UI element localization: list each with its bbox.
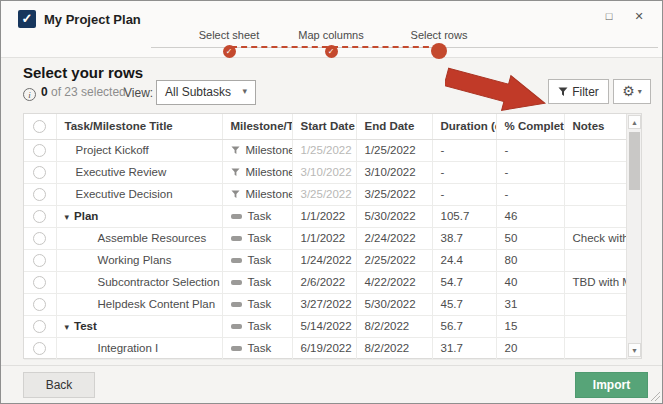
filter-button[interactable]: Filter — [548, 79, 609, 104]
row-title-cell: Project Kickoff — [56, 139, 222, 161]
row-notes — [564, 205, 627, 227]
selection-count: i0 of 23 selected — [23, 85, 126, 101]
row-start-date: 5/14/2022 — [292, 315, 356, 337]
row-start-date: 3/25/2022 — [292, 183, 356, 205]
step-select-rows: Select rows — [394, 29, 484, 59]
row-pct-complete: 80 — [496, 249, 564, 271]
row-notes — [564, 337, 627, 359]
row-pct-complete: - — [496, 183, 564, 205]
row-title: Executive Review — [76, 166, 167, 178]
import-button[interactable]: Import — [575, 372, 648, 398]
row-type-label: Task — [248, 276, 272, 288]
step-label: Select rows — [394, 29, 484, 41]
table-row[interactable]: Executive Review Milestone 3/10/2022 3/1… — [24, 161, 627, 183]
row-notes: Check with Tina — [564, 227, 627, 249]
dialog-header: ✓ My Project Plan □ ✕ Select sheet ✓ Map… — [1, 1, 662, 58]
select-all-header[interactable] — [24, 114, 56, 139]
row-type-cell: Milestone — [222, 161, 292, 183]
row-select-cell — [24, 227, 56, 249]
row-end-date: 8/2/2022 — [356, 315, 432, 337]
col-notes: Notes — [564, 114, 627, 139]
row-type-cell: Task — [222, 249, 292, 271]
table-header-row: Task/Milestone Title Milestone/Task Star… — [24, 114, 627, 139]
row-end-date: 5/30/2022 — [356, 293, 432, 315]
table-row[interactable]: Assemble Resources Task 1/1/2022 2/24/20… — [24, 227, 627, 249]
app-logo-icon: ✓ — [18, 10, 36, 28]
row-notes — [564, 315, 627, 337]
close-button[interactable]: ✕ — [628, 7, 650, 25]
row-select-radio[interactable] — [33, 298, 46, 311]
row-type-cell: Task — [222, 337, 292, 359]
row-title-cell: Subcontractor Selection — [56, 271, 222, 293]
settings-button[interactable]: ⚙▾ — [613, 79, 651, 104]
table-row[interactable]: ▾Plan Task 1/1/2022 5/30/2022 105.7 46 — [24, 205, 627, 227]
row-title-cell: Executive Decision — [56, 183, 222, 205]
row-type-cell: Task — [222, 293, 292, 315]
row-type-label: Task — [248, 254, 272, 266]
table-row[interactable]: ▾Test Task 5/14/2022 8/2/2022 56.7 15 — [24, 315, 627, 337]
row-pct-complete: 40 — [496, 271, 564, 293]
row-pct-complete: 46 — [496, 205, 564, 227]
row-select-radio[interactable] — [33, 342, 46, 355]
collapse-caret-icon[interactable]: ▾ — [65, 322, 70, 332]
row-select-radio[interactable] — [33, 166, 46, 179]
row-start-date: 1/1/2022 — [292, 205, 356, 227]
vertical-scrollbar[interactable]: ▲ ▼ — [626, 114, 641, 358]
row-select-radio[interactable] — [33, 254, 46, 267]
filter-button-label: Filter — [572, 85, 599, 99]
row-title: Test — [74, 320, 97, 332]
table-row[interactable]: Subcontractor Selection Task 2/6/2022 4/… — [24, 271, 627, 293]
view-dropdown[interactable]: All Subtasks ▾ — [156, 80, 256, 105]
collapse-caret-icon[interactable]: ▾ — [65, 212, 70, 222]
rows-table: Task/Milestone Title Milestone/Task Star… — [24, 114, 628, 360]
row-select-radio[interactable] — [33, 232, 46, 245]
row-pct-complete: - — [496, 139, 564, 161]
row-select-radio[interactable] — [33, 210, 46, 223]
row-end-date: 2/24/2022 — [356, 227, 432, 249]
row-title-cell: Helpdesk Content Plan — [56, 293, 222, 315]
row-select-radio[interactable] — [33, 276, 46, 289]
col-task-title: Task/Milestone Title — [56, 114, 222, 139]
selected-count-text: of 23 selected — [48, 85, 126, 99]
row-pct-complete: 50 — [496, 227, 564, 249]
row-notes — [564, 139, 627, 161]
dialog-footer: Back Import — [1, 365, 662, 403]
scroll-down-button[interactable]: ▼ — [628, 343, 641, 357]
row-select-radio[interactable] — [33, 320, 46, 333]
row-duration: - — [432, 183, 496, 205]
row-title-cell: ▾Plan — [56, 205, 222, 227]
task-bar-icon — [231, 236, 242, 241]
row-pct-complete: - — [496, 161, 564, 183]
row-duration: 45.7 — [432, 293, 496, 315]
gear-icon: ⚙ — [622, 83, 635, 99]
info-icon: i — [23, 88, 36, 101]
table-row[interactable]: Integration I Task 6/19/2022 8/2/2022 31… — [24, 337, 627, 359]
milestone-icon — [231, 190, 240, 199]
table-row[interactable]: Executive Decision Milestone 3/25/2022 3… — [24, 183, 627, 205]
row-type-label: Task — [248, 320, 272, 332]
scrollbar-thumb[interactable] — [629, 132, 640, 190]
col-end-date: End Date — [356, 114, 432, 139]
row-select-radio[interactable] — [33, 188, 46, 201]
col-start-date: Start Date — [292, 114, 356, 139]
scroll-up-button[interactable]: ▲ — [628, 115, 641, 129]
task-bar-icon — [231, 280, 242, 285]
table-row[interactable]: Project Kickoff Milestone 1/25/2022 1/25… — [24, 139, 627, 161]
table-row[interactable]: Working Plans Task 1/24/2022 2/25/2022 2… — [24, 249, 627, 271]
back-button[interactable]: Back — [23, 372, 95, 398]
row-end-date: 4/22/2022 — [356, 271, 432, 293]
row-duration: 31.7 — [432, 337, 496, 359]
task-bar-icon — [231, 214, 242, 219]
select-all-radio[interactable] — [33, 120, 46, 133]
row-type-cell: Task — [222, 227, 292, 249]
row-end-date: 8/2/2022 — [356, 337, 432, 359]
row-type-cell: Task — [222, 271, 292, 293]
step-label: Select sheet — [184, 29, 274, 41]
row-type-label: Milestone — [246, 144, 293, 156]
maximize-button[interactable]: □ — [598, 7, 620, 25]
row-title: Plan — [74, 210, 98, 222]
row-select-cell — [24, 337, 56, 359]
row-select-radio[interactable] — [33, 144, 46, 157]
table-row[interactable]: Helpdesk Content Plan Task 3/27/2022 5/3… — [24, 293, 627, 315]
resize-grip[interactable] — [650, 391, 660, 401]
